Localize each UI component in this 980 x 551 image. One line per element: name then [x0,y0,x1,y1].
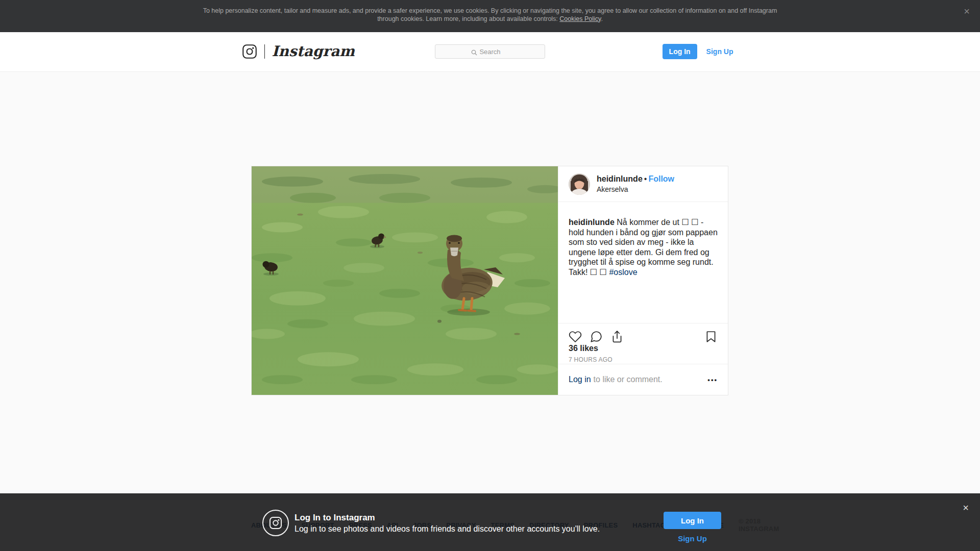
comment-login-row: Log in to like or comment. ••• [558,364,728,395]
login-button[interactable]: Log In [663,44,697,59]
instagram-circle-icon [262,510,289,536]
post-side-panel: heidinlunde•Follow Akerselva heidinlunde… [558,166,728,395]
share-icon[interactable] [610,330,624,343]
banner-title: Log In to Instagram [295,513,375,523]
post-card: heidinlunde•Follow Akerselva heidinlunde… [251,166,728,395]
cookie-text: To help personalize content, tailor and … [203,7,777,22]
follow-button[interactable]: Follow [648,174,674,183]
cookie-close-icon[interactable]: × [962,4,972,18]
like-heart-icon[interactable] [569,330,582,343]
post-username-link[interactable]: heidinlunde [597,174,643,183]
more-options-icon[interactable]: ••• [707,376,718,384]
save-bookmark-icon[interactable] [704,330,718,343]
signup-link[interactable]: Sign Up [706,47,733,56]
likes-count: 36 likes [569,344,598,353]
login-to-comment-link[interactable]: Log in [569,375,591,384]
banner-login-button[interactable]: Log In [664,512,721,529]
banner-close-icon[interactable]: × [961,500,971,516]
cookie-text-suffix: . [601,15,602,22]
top-navigation: Instagram Log In Sign Up [0,32,980,72]
avatar[interactable] [569,173,590,195]
banner-subtitle: Log in to see photos and videos from fri… [295,524,600,534]
instagram-logo[interactable]: Instagram [242,43,355,60]
logo-divider [264,44,265,59]
login-prompt-text: to like or comment. [594,375,663,384]
post-photo-ducks-on-grass [252,166,558,395]
caption-username-link[interactable]: heidinlunde [569,218,615,227]
username-follow-separator: • [644,174,647,183]
instagram-wordmark: Instagram [272,43,355,60]
banner-signup-link[interactable]: Sign Up [664,534,721,543]
post-action-bar [558,323,728,343]
instagram-camera-icon [242,44,257,59]
comment-icon[interactable] [590,330,603,343]
caption-hashtag-link[interactable]: #oslove [609,268,637,277]
location-link[interactable]: Akerselva [597,185,628,193]
search-input[interactable] [435,44,545,59]
post-timestamp: 7 HOURS AGO [569,356,612,363]
cookie-banner-text: To help personalize content, tailor and … [202,0,778,23]
cookies-policy-link[interactable]: Cookies Policy [559,15,601,22]
post-caption: heidinlunde Nå kommer de ut ☐ ☐ - hold h… [558,217,728,277]
caption-text: Nå kommer de ut ☐ ☐ - hold hunden i bånd… [569,218,718,277]
cookie-banner: To help personalize content, tailor and … [0,0,980,32]
login-banner: Log In to Instagram Log in to see photos… [0,493,980,551]
